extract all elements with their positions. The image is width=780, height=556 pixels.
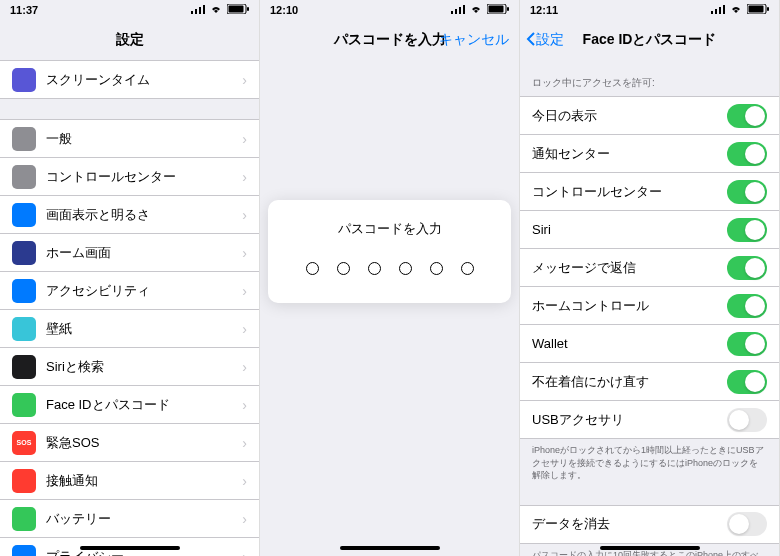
toggle-switch[interactable] — [727, 408, 767, 432]
toggle-switch[interactable] — [727, 256, 767, 280]
settings-cell[interactable]: SOS緊急SOS› — [0, 424, 259, 462]
battery-icon — [487, 4, 509, 16]
battery-icon — [747, 4, 769, 16]
cell-icon — [12, 545, 36, 557]
settings-cell[interactable]: Siriと検索› — [0, 348, 259, 386]
chevron-right-icon: › — [242, 473, 247, 489]
passcode-dot — [306, 262, 319, 275]
cell-label: コントロールセンター — [532, 183, 727, 201]
cell-label: 不在着信にかけ直す — [532, 373, 727, 391]
status-time: 11:37 — [10, 4, 38, 16]
status-time: 12:10 — [270, 4, 298, 16]
settings-screen: 11:37 設定 スクリーンタイム›一般›コントロールセンター›画面表示と明るさ… — [0, 0, 260, 556]
settings-cell[interactable]: 一般› — [0, 120, 259, 158]
settings-cell[interactable]: コントロールセンター› — [0, 158, 259, 196]
passcode-card: パスコードを入力 — [268, 200, 511, 303]
settings-cell[interactable]: ホーム画面› — [0, 234, 259, 272]
svg-rect-12 — [489, 6, 504, 13]
svg-rect-0 — [191, 11, 193, 14]
cell-label: Wallet — [532, 336, 727, 351]
cell-label: 接触通知 — [46, 472, 242, 490]
nav-title: パスコードを入力 — [334, 31, 446, 49]
svg-rect-6 — [247, 7, 249, 11]
svg-rect-17 — [723, 5, 725, 14]
cell-label: 緊急SOS — [46, 434, 242, 452]
toggle-cell[interactable]: 今日の表示 — [520, 97, 779, 135]
toggle-cell[interactable]: Wallet — [520, 325, 779, 363]
home-indicator[interactable] — [340, 546, 440, 550]
chevron-right-icon: › — [242, 207, 247, 223]
wifi-icon — [469, 4, 483, 16]
toggle-cell[interactable]: 不在着信にかけ直す — [520, 363, 779, 401]
back-button[interactable]: 設定 — [526, 31, 564, 50]
toggle-cell[interactable]: USBアクセサリ — [520, 401, 779, 439]
nav-title: 設定 — [116, 31, 144, 49]
cell-label: コントロールセンター — [46, 168, 242, 186]
chevron-right-icon: › — [242, 397, 247, 413]
settings-cell[interactable]: Face IDとパスコード› — [0, 386, 259, 424]
toggle-switch[interactable] — [727, 218, 767, 242]
battery-icon — [227, 4, 249, 16]
settings-cell[interactable]: バッテリー› — [0, 500, 259, 538]
cell-icon: SOS — [12, 431, 36, 455]
settings-cell[interactable]: スクリーンタイム› — [0, 61, 259, 99]
svg-rect-20 — [767, 7, 769, 11]
cell-label: データを消去 — [532, 515, 727, 533]
toggle-switch[interactable] — [727, 142, 767, 166]
chevron-right-icon: › — [242, 511, 247, 527]
settings-list[interactable]: スクリーンタイム›一般›コントロールセンター›画面表示と明るさ›ホーム画面›アク… — [0, 60, 259, 556]
passcode-dot — [399, 262, 412, 275]
passcode-dot — [337, 262, 350, 275]
settings-cell[interactable]: 画面表示と明るさ› — [0, 196, 259, 234]
svg-rect-2 — [199, 7, 201, 14]
faceid-screen: 12:11 設定 Face IDとパスコード ロック中にアクセスを許可: 今日の… — [520, 0, 780, 556]
toggle-cell[interactable]: 通知センター — [520, 135, 779, 173]
cell-label: スクリーンタイム — [46, 71, 242, 89]
cell-label: Siriと検索 — [46, 358, 242, 376]
nav-bar: 設定 — [0, 20, 259, 60]
svg-rect-15 — [715, 9, 717, 14]
cell-icon — [12, 127, 36, 151]
toggle-cell[interactable]: Siri — [520, 211, 779, 249]
passcode-dot — [368, 262, 381, 275]
erase-toggle[interactable] — [727, 512, 767, 536]
home-indicator[interactable] — [600, 546, 700, 550]
cell-label: アクセシビリティ — [46, 282, 242, 300]
cell-label: 画面表示と明るさ — [46, 206, 242, 224]
toggle-cell[interactable]: ホームコントロール — [520, 287, 779, 325]
chevron-right-icon: › — [242, 72, 247, 88]
settings-cell[interactable]: 壁紙› — [0, 310, 259, 348]
cell-icon — [12, 317, 36, 341]
nav-title: Face IDとパスコード — [583, 31, 717, 49]
toggle-switch[interactable] — [727, 180, 767, 204]
passcode-prompt: パスコードを入力 — [268, 220, 511, 238]
status-bar: 12:11 — [520, 0, 779, 20]
chevron-right-icon: › — [242, 283, 247, 299]
chevron-right-icon: › — [242, 131, 247, 147]
cancel-button[interactable]: キャンセル — [439, 31, 509, 49]
passcode-screen: 12:10 パスコードを入力 キャンセル パスコードを入力 — [260, 0, 520, 556]
wifi-icon — [729, 4, 743, 16]
chevron-right-icon: › — [242, 169, 247, 185]
toggle-switch[interactable] — [727, 104, 767, 128]
toggle-switch[interactable] — [727, 294, 767, 318]
nav-bar: 設定 Face IDとパスコード — [520, 20, 779, 60]
svg-rect-5 — [229, 6, 244, 13]
status-bar: 12:10 — [260, 0, 519, 20]
cell-icon — [12, 279, 36, 303]
allow-access-list: 今日の表示通知センターコントロールセンターSiriメッセージで返信ホームコントロ… — [520, 96, 779, 439]
cell-icon — [12, 355, 36, 379]
cell-icon — [12, 165, 36, 189]
cell-label: 壁紙 — [46, 320, 242, 338]
toggle-cell[interactable]: メッセージで返信 — [520, 249, 779, 287]
toggle-switch[interactable] — [727, 332, 767, 356]
toggle-switch[interactable] — [727, 370, 767, 394]
settings-cell[interactable]: アクセシビリティ› — [0, 272, 259, 310]
home-indicator[interactable] — [80, 546, 180, 550]
settings-cell[interactable]: 接触通知› — [0, 462, 259, 500]
chevron-right-icon: › — [242, 321, 247, 337]
toggle-cell[interactable]: コントロールセンター — [520, 173, 779, 211]
erase-data-cell[interactable]: データを消去 — [520, 506, 779, 544]
chevron-right-icon: › — [242, 245, 247, 261]
cell-icon — [12, 393, 36, 417]
